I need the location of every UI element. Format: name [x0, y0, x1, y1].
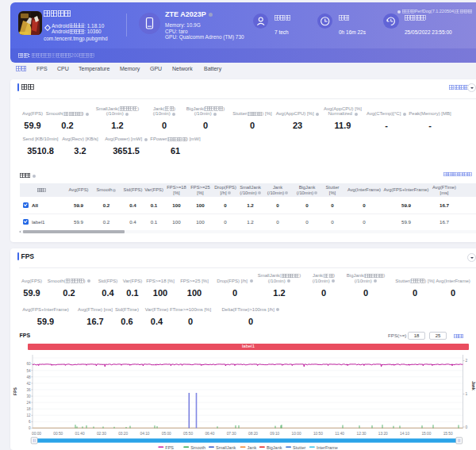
svg-text:1: 1 [466, 392, 468, 396]
svg-text:Jank: Jank [248, 445, 257, 450]
svg-text:12:30: 12:30 [356, 432, 366, 436]
svg-text:48: 48 [26, 375, 31, 379]
svg-text:00:00: 00:00 [32, 432, 41, 436]
svg-text:06:40: 06:40 [205, 432, 214, 436]
svg-text:Jank: Jank [471, 381, 476, 390]
svg-text:30: 30 [26, 394, 31, 398]
svg-text:0: 0 [466, 425, 468, 429]
svg-text:01:40: 01:40 [75, 432, 85, 436]
svg-text:InterFrame: InterFrame [317, 445, 338, 450]
svg-text:00:50: 00:50 [53, 432, 63, 436]
svg-text:FPS: FPS [13, 387, 17, 394]
svg-text:10:50: 10:50 [313, 432, 323, 436]
svg-text:04:10: 04:10 [140, 432, 149, 436]
svg-text:FPS: FPS [165, 445, 174, 450]
svg-text:05:50: 05:50 [183, 432, 193, 436]
svg-text:15:50: 15:50 [443, 432, 453, 436]
svg-text:Smooth: Smooth [190, 445, 205, 450]
svg-text:SmallJank: SmallJank [216, 445, 236, 450]
svg-text:09:10: 09:10 [270, 432, 279, 436]
svg-text:12: 12 [26, 413, 31, 417]
svg-text:08:20: 08:20 [248, 432, 258, 436]
svg-text:13:20: 13:20 [378, 432, 388, 436]
svg-text:6: 6 [29, 420, 31, 424]
svg-text:Stutter: Stutter [293, 445, 305, 450]
svg-text:42: 42 [26, 382, 31, 386]
svg-text:02:30: 02:30 [97, 432, 106, 436]
svg-text:05:00: 05:00 [162, 432, 171, 436]
svg-text:BigJank: BigJank [267, 445, 282, 450]
svg-text:14:10: 14:10 [400, 432, 409, 436]
svg-text:36: 36 [26, 388, 31, 392]
svg-text:15:00: 15:00 [421, 432, 431, 436]
svg-text:0: 0 [29, 426, 31, 430]
svg-text:24: 24 [26, 401, 31, 405]
svg-text:11:40: 11:40 [335, 432, 344, 436]
svg-text:54: 54 [26, 369, 31, 373]
svg-text:07:30: 07:30 [227, 432, 236, 436]
svg-text:60: 60 [26, 362, 31, 366]
svg-text:2: 2 [466, 359, 468, 363]
svg-text:03:20: 03:20 [118, 432, 128, 436]
svg-text:18: 18 [26, 407, 31, 411]
svg-text:10:00: 10:00 [292, 432, 301, 436]
